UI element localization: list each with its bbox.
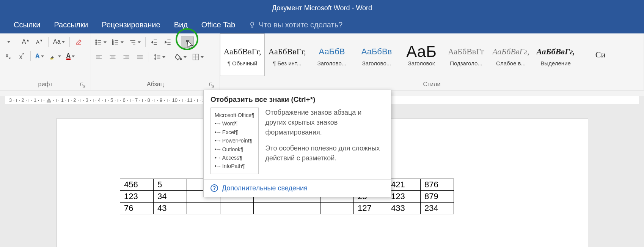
group-label-paragraph: Абзац — [94, 79, 217, 90]
table-cell[interactable]: 421 — [387, 179, 421, 191]
style-item[interactable]: АаБбВвГг,Слабое в... — [488, 33, 533, 76]
table-row[interactable]: 7643127433234 — [120, 203, 454, 214]
numbering-button[interactable]: 123 — [111, 37, 124, 48]
tooltip-more-label: Дополнительные сведения — [222, 184, 308, 192]
table-cell[interactable]: 123 — [387, 191, 421, 203]
table-cell[interactable] — [287, 203, 320, 214]
dialog-launcher-icon[interactable] — [80, 82, 85, 88]
tooltip-preview-item: Word¶ — [215, 119, 254, 128]
table-cell[interactable]: 5 — [154, 179, 187, 191]
tooltip-description: Отображение знаков абзаца и других скрыт… — [265, 108, 384, 174]
group-label-font: рифт — [3, 79, 88, 90]
table-cell[interactable]: 433 — [387, 203, 421, 214]
separator — [48, 37, 49, 47]
multilevel-list-button[interactable] — [128, 37, 141, 48]
increase-indent-button[interactable] — [163, 37, 173, 48]
dialog-launcher-icon[interactable] — [209, 82, 214, 88]
svg-text:3: 3 — [112, 43, 113, 45]
separator — [69, 37, 70, 47]
help-icon: ? — [210, 184, 218, 192]
multilevel-list-icon — [129, 38, 137, 46]
table-cell[interactable]: 876 — [421, 179, 454, 191]
table-cell[interactable]: 34 — [154, 191, 187, 203]
shrink-font-button[interactable]: A▼ — [35, 36, 44, 47]
style-name: Слабое в... — [496, 60, 526, 66]
grow-font-button[interactable]: A▲ — [21, 36, 31, 47]
highlight-button[interactable] — [49, 51, 62, 62]
tooltip-preview-item: Access¶ — [215, 154, 254, 162]
table-cell[interactable] — [254, 203, 287, 214]
tooltip-preview-item: InfoPath¶ — [215, 162, 254, 170]
align-left-button[interactable] — [94, 52, 104, 62]
style-item[interactable]: АаБбВЗаголово... — [309, 33, 354, 76]
style-item[interactable]: АаБбВвГгПодзаголо... — [444, 33, 488, 76]
table-cell[interactable]: 234 — [421, 203, 454, 214]
font-color-button[interactable]: A — [66, 51, 76, 62]
highlight-icon — [49, 52, 57, 60]
ribbon-tabs: Ссылки Рассылки Рецензирование Вид Offic… — [0, 16, 644, 33]
borders-button[interactable] — [191, 52, 204, 62]
table-cell[interactable]: 76 — [120, 203, 154, 214]
group-styles: АаБбВвГг,¶ ОбычныйАаБбВвГг,¶ Без инт...А… — [220, 33, 644, 90]
subscript-button[interactable]: x₂ — [3, 51, 13, 62]
style-item[interactable]: Си — [578, 33, 623, 76]
table-cell[interactable]: 127 — [354, 203, 387, 214]
align-left-icon — [95, 53, 103, 61]
title-bar: Документ Microsoft Word - Word — [0, 0, 644, 16]
table-cell[interactable] — [220, 203, 254, 214]
style-item[interactable]: АаБЗаголовок — [399, 33, 444, 76]
align-right-button[interactable] — [121, 52, 131, 62]
style-item[interactable]: АаБбВвГг,Выделение — [533, 33, 578, 76]
lightbulb-icon — [249, 21, 256, 28]
clear-formatting-button[interactable] — [74, 36, 83, 47]
tab-view[interactable]: Вид — [174, 21, 188, 29]
number-list-icon: 123 — [112, 38, 119, 46]
tooltip-preview: Microsoft·Office¶ Word¶Excel¶PowerPoint¶… — [210, 108, 259, 174]
show-hide-marks-button[interactable] — [181, 36, 194, 48]
separator — [149, 52, 149, 62]
superscript-button[interactable]: x² — [17, 51, 27, 62]
style-item[interactable]: АаБбВвГг,¶ Без инт... — [265, 33, 309, 76]
bullet-list-icon — [95, 38, 102, 46]
align-right-icon — [123, 53, 130, 61]
style-name: ¶ Обычный — [228, 60, 258, 66]
style-preview: АаБбВвГг, — [492, 43, 529, 60]
style-name: Выделение — [540, 60, 570, 66]
tooltip-preview-head: Microsoft·Office¶ — [215, 111, 254, 119]
change-case-button[interactable]: Aa — [52, 36, 66, 47]
table-cell[interactable] — [187, 203, 220, 214]
style-name: Заголово... — [362, 60, 391, 66]
justify-button[interactable] — [135, 52, 145, 62]
tell-me-search[interactable]: Что вы хотите сделать? — [249, 21, 342, 29]
decrease-indent-button[interactable] — [149, 37, 159, 48]
separator — [170, 52, 170, 62]
line-spacing-button[interactable] — [153, 52, 166, 62]
indent-marker-icon[interactable] — [46, 97, 52, 103]
text-effects-button[interactable]: A — [35, 51, 45, 62]
separator — [30, 51, 31, 61]
table-cell[interactable]: 43 — [154, 203, 187, 214]
table-cell[interactable]: 456 — [120, 179, 154, 191]
tab-mailings[interactable]: Рассылки — [54, 21, 88, 29]
tab-office-tab[interactable]: Office Tab — [201, 21, 235, 29]
justify-icon — [136, 53, 144, 61]
tab-review[interactable]: Рецензирование — [102, 21, 160, 29]
shading-button[interactable] — [174, 52, 187, 62]
paint-bucket-icon — [175, 53, 182, 61]
bullets-button[interactable] — [94, 37, 107, 48]
styles-gallery[interactable]: АаБбВвГг,¶ ОбычныйАаБбВвГг,¶ Без инт...А… — [220, 33, 644, 76]
style-preview: АаБбВвГг — [448, 43, 484, 60]
font-picker[interactable] — [3, 36, 13, 47]
style-item[interactable]: АаБбВвЗаголово... — [354, 33, 399, 76]
table-cell[interactable] — [320, 203, 354, 214]
style-preview: АаБ — [406, 43, 436, 60]
tooltip-more-info[interactable]: ? Дополнительные сведения — [204, 179, 391, 197]
style-item[interactable]: АаБбВвГг,¶ Обычный — [220, 33, 265, 76]
tab-references[interactable]: Ссылки — [14, 21, 40, 29]
table-cell[interactable]: 879 — [421, 191, 454, 203]
align-center-button[interactable] — [108, 52, 118, 62]
style-preview: АаБбВвГг, — [223, 43, 261, 60]
table-cell[interactable]: 123 — [120, 191, 154, 203]
tooltip-desc-1: Отображение знаков абзаца и других скрыт… — [265, 108, 384, 137]
tooltip-desc-2: Это особенно полезно для сложных действи… — [265, 143, 384, 163]
